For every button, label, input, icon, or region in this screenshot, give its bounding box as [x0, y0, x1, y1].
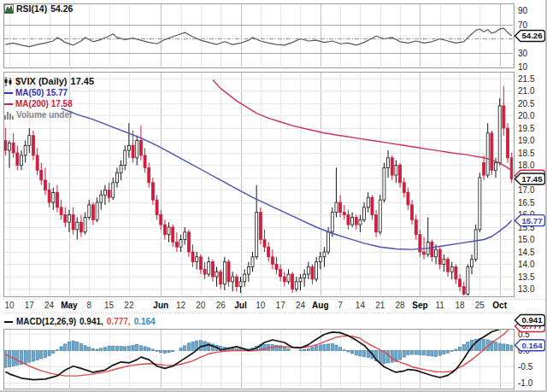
svg-text:21.0: 21.0	[518, 86, 535, 96]
svg-text:13.5: 13.5	[518, 272, 535, 282]
candlestick-icon	[4, 77, 13, 86]
svg-text:11: 11	[436, 301, 445, 310]
macd-legend: MACD(12,26,9) 0.941, 0.777, 0.164	[4, 316, 159, 327]
ma50-swatch-icon	[4, 92, 13, 94]
ma50-label: MA(50) 15.77	[15, 87, 68, 98]
svg-text:90: 90	[518, 6, 528, 15]
svg-text:15: 15	[104, 301, 115, 310]
rsi-legend: RSI(14) 54.26	[4, 3, 76, 15]
svg-text:-1.0: -1.0	[518, 378, 533, 388]
svg-text:54.26: 54.26	[521, 31, 542, 40]
svg-text:70: 70	[518, 20, 528, 30]
macd-value: 0.941,	[79, 316, 103, 327]
svg-text:14.0: 14.0	[518, 260, 535, 269]
svg-text:Oct: Oct	[492, 301, 507, 310]
svg-text:21: 21	[375, 301, 385, 310]
svg-text:25: 25	[475, 301, 485, 310]
macd-hist-value: 0.164	[134, 316, 156, 327]
svg-text:7: 7	[338, 301, 343, 310]
rsi-legend-label: RSI(14)	[16, 3, 47, 15]
macd-signal-value: 0.777,	[107, 316, 131, 327]
ma200-label: MA(200) 17.58	[15, 98, 73, 109]
svg-text:17.0: 17.0	[518, 185, 535, 195]
macd-line-swatch-icon	[4, 321, 13, 323]
svg-text:10: 10	[256, 301, 266, 310]
price-legend: $VIX (Daily) 17.45 MA(50) 15.77 MA(200) …	[4, 76, 94, 120]
ma50-row: MA(50) 15.77	[4, 87, 94, 98]
svg-text:0.941: 0.941	[521, 315, 543, 325]
svg-text:20: 20	[196, 301, 206, 310]
svg-text:18: 18	[455, 301, 465, 310]
symbol-title: $VIX (Daily)	[15, 76, 68, 87]
svg-text:13.0: 13.0	[518, 284, 535, 294]
svg-text:18.0: 18.0	[518, 161, 535, 170]
ma200-row: MA(200) 17.58	[4, 98, 94, 109]
symbol-row: $VIX (Daily) 17.45	[4, 76, 94, 87]
indicator-chart-icon	[4, 4, 14, 14]
svg-text:14: 14	[356, 301, 366, 310]
volume-row: Volume undef	[4, 109, 94, 120]
ma200-swatch-icon	[4, 103, 13, 105]
stock-chart-window: 9070301021.521.020.520.019.519.018.518.0…	[0, 0, 547, 392]
chart-canvas: 9070301021.521.020.520.019.519.018.518.0…	[0, 0, 547, 392]
svg-text:14.5: 14.5	[518, 248, 535, 257]
rsi-legend-value: 54.26	[50, 3, 73, 15]
svg-text:Aug: Aug	[312, 301, 328, 310]
svg-text:12: 12	[176, 301, 186, 310]
svg-text:May: May	[61, 301, 78, 310]
svg-text:17: 17	[276, 301, 286, 310]
svg-text:20.0: 20.0	[518, 111, 535, 120]
svg-text:24: 24	[44, 301, 55, 310]
svg-text:Sep: Sep	[412, 301, 427, 310]
svg-text:0.164: 0.164	[521, 341, 543, 350]
svg-text:19.0: 19.0	[518, 136, 535, 145]
svg-text:Jul: Jul	[234, 301, 247, 310]
svg-text:-0.5: -0.5	[518, 362, 533, 372]
svg-text:17: 17	[25, 301, 35, 310]
svg-text:10: 10	[518, 62, 528, 72]
svg-text:17.45: 17.45	[521, 174, 543, 184]
svg-text:19.5: 19.5	[518, 124, 535, 133]
svg-text:28: 28	[396, 301, 406, 310]
macd-legend-label: MACD(12,26,9)	[16, 316, 76, 327]
svg-text:15.77: 15.77	[521, 216, 542, 225]
svg-text:21.5: 21.5	[518, 74, 535, 84]
volume-bars-icon	[4, 111, 14, 120]
svg-text:15.0: 15.0	[518, 235, 535, 244]
svg-text:Jun: Jun	[153, 301, 168, 310]
svg-text:26: 26	[216, 301, 226, 310]
svg-text:30: 30	[518, 49, 528, 58]
svg-text:10: 10	[4, 301, 15, 310]
svg-text:20.5: 20.5	[518, 99, 535, 108]
volume-label: Volume undef	[16, 109, 72, 120]
svg-text:22: 22	[124, 301, 134, 310]
svg-text:16.5: 16.5	[518, 198, 535, 208]
svg-text:18.5: 18.5	[518, 149, 535, 158]
svg-text:8: 8	[86, 301, 91, 310]
symbol-last-price: 17.45	[71, 76, 95, 87]
svg-text:24: 24	[296, 301, 306, 310]
